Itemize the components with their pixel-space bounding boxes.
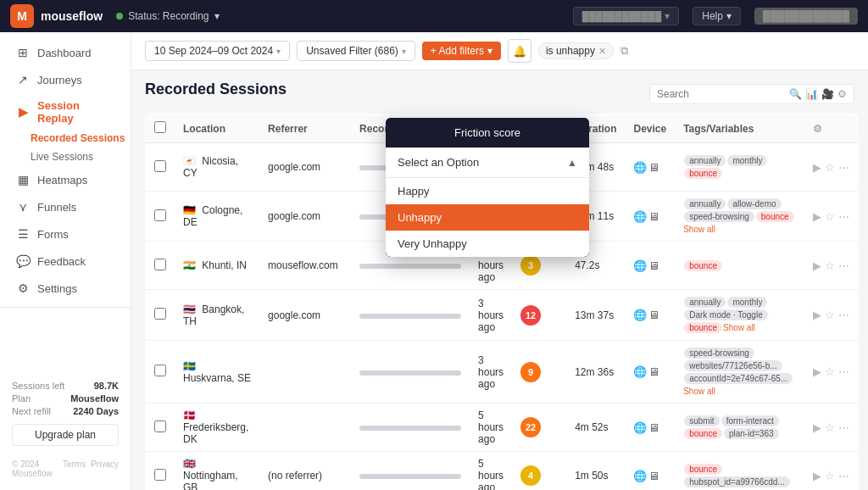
show-all-link[interactable]: Show all xyxy=(723,323,755,332)
cell-time: 3 hours ago xyxy=(470,341,512,404)
friction-badge: 12 xyxy=(520,305,541,326)
add-filter-label: + Add filters xyxy=(431,45,484,57)
play-action-icon[interactable]: ▶ xyxy=(813,210,821,223)
play-action-icon[interactable]: ▶ xyxy=(813,421,821,434)
notification-bell[interactable]: 🔔 xyxy=(508,39,531,63)
more-action-icon[interactable]: ⋯ xyxy=(838,309,849,321)
play-action-icon[interactable]: ▶ xyxy=(813,259,821,272)
cell-recording[interactable] xyxy=(351,290,470,341)
play-action-icon[interactable]: ▶ xyxy=(813,470,821,482)
tag-pill: websites/77126e56-b... xyxy=(684,360,782,371)
star-action-icon[interactable]: ☆ xyxy=(825,210,835,223)
table-row[interactable]: 🇹🇭 Bangkok, TH google.com 3 hours ago 12… xyxy=(146,290,859,341)
row-actions: ▶ ☆ ⋯ xyxy=(813,470,849,482)
row-checkbox[interactable] xyxy=(154,160,166,172)
cell-referrer: mouseflow.com xyxy=(259,242,351,290)
user-account[interactable]: ████████████ xyxy=(754,8,858,25)
row-checkbox[interactable] xyxy=(154,365,166,376)
sidebar-item-session-replay[interactable]: ▶ Session Replay xyxy=(3,93,127,131)
row-checkbox[interactable] xyxy=(154,209,166,221)
sidebar-item-heatmaps[interactable]: ▦ Heatmaps xyxy=(3,166,127,193)
filter-bar-input[interactable]: ████████████ ▾ xyxy=(573,7,680,25)
sidebar-item-feedback[interactable]: 💬 Feedback xyxy=(3,248,127,275)
location-name: Huskvarna, SE xyxy=(183,372,251,384)
more-action-icon[interactable]: ⋯ xyxy=(838,259,849,272)
terms-link[interactable]: Terms xyxy=(63,459,86,478)
cell-duration: 13m 37s xyxy=(566,290,625,341)
table-row[interactable]: 🇩🇰 Frederiksberg, DK 5 hours ago 22 4m 5… xyxy=(146,404,859,452)
sidebar-sub-live[interactable]: Live Sessions xyxy=(0,148,131,166)
row-actions: ▶ ☆ ⋯ xyxy=(813,161,849,174)
tag-pill: plan-id=363 xyxy=(724,428,779,439)
help-button[interactable]: Help ▾ xyxy=(693,7,741,25)
cell-recording[interactable] xyxy=(351,452,470,491)
add-filter-button[interactable]: + Add filters ▾ xyxy=(422,42,501,60)
dropdown-select-row[interactable]: Select an Option ▲ xyxy=(386,148,589,178)
table-row[interactable]: 🇬🇧 Nottingham, GB (no referrer) 5 hours … xyxy=(146,452,859,491)
camera-icon[interactable]: 🎥 xyxy=(821,88,834,100)
cell-friction: 4 xyxy=(512,452,566,491)
tag-pill: submit xyxy=(684,415,719,426)
more-action-icon[interactable]: ⋯ xyxy=(838,470,849,482)
search-icon[interactable]: 🔍 xyxy=(789,88,802,100)
cell-recording[interactable] xyxy=(351,404,470,452)
copy-filter-icon[interactable]: ⧉ xyxy=(620,44,628,58)
logo-text: mouseflow xyxy=(41,9,103,23)
more-action-icon[interactable]: ⋯ xyxy=(838,161,849,174)
more-action-icon[interactable]: ⋯ xyxy=(838,365,849,378)
star-action-icon[interactable]: ☆ xyxy=(825,259,835,272)
play-action-icon[interactable]: ▶ xyxy=(813,309,821,321)
friction-badge: 22 xyxy=(520,417,541,437)
star-action-icon[interactable]: ☆ xyxy=(825,161,835,174)
table-settings-icon[interactable]: ⚙ xyxy=(813,123,822,135)
star-action-icon[interactable]: ☆ xyxy=(825,309,835,321)
date-filter-button[interactable]: 10 Sep 2024–09 Oct 2024 ▾ xyxy=(145,41,290,61)
select-all-checkbox[interactable] xyxy=(154,121,166,133)
dropdown-option-very-unhappy[interactable]: Very Unhappy xyxy=(386,231,589,257)
sidebar-item-funnels[interactable]: ⋎ Funnels xyxy=(3,193,127,220)
dropdown-header: Friction score xyxy=(386,118,589,148)
play-action-icon[interactable]: ▶ xyxy=(813,365,821,378)
location-flag: 🇩🇰 xyxy=(183,409,196,421)
tag-pill: monthly xyxy=(727,297,767,308)
row-checkbox[interactable] xyxy=(154,308,166,320)
dropdown-option-unhappy[interactable]: Unhappy xyxy=(386,204,589,231)
more-action-icon[interactable]: ⋯ xyxy=(838,210,849,223)
browser-icon: 🌐 xyxy=(633,421,647,434)
location-flag: 🇮🇳 xyxy=(183,259,196,271)
sidebar-label-heatmaps: Heatmaps xyxy=(37,174,87,187)
star-action-icon[interactable]: ☆ xyxy=(825,470,835,482)
sidebar-item-settings[interactable]: ⚙ Settings xyxy=(3,275,127,302)
dropdown-option-happy[interactable]: Happy xyxy=(386,178,589,204)
play-action-icon[interactable]: ▶ xyxy=(813,161,821,174)
table-row[interactable]: 🇸🇪 Huskvarna, SE 3 hours ago 9 12m 36s 🌐… xyxy=(146,341,859,404)
row-checkbox[interactable] xyxy=(154,259,166,270)
sidebar-item-forms[interactable]: ☰ Forms xyxy=(3,220,127,248)
tag-pill: annually xyxy=(684,297,726,308)
upgrade-button[interactable]: Upgrade plan xyxy=(12,424,119,446)
friction-badge: 9 xyxy=(520,362,541,382)
star-action-icon[interactable]: ☆ xyxy=(825,421,835,434)
chart-icon[interactable]: 📊 xyxy=(805,88,818,100)
toolbar: 10 Sep 2024–09 Oct 2024 ▾ Unsaved Filter… xyxy=(131,32,868,70)
sidebar-item-dashboard[interactable]: ⊞ Dashboard xyxy=(3,39,127,66)
status-indicator[interactable]: Status: Recording ▾ xyxy=(116,10,219,22)
row-checkbox[interactable] xyxy=(154,420,166,432)
tag-close-icon[interactable]: ✕ xyxy=(598,46,606,57)
more-action-icon[interactable]: ⋯ xyxy=(838,421,849,434)
row-checkbox[interactable] xyxy=(154,469,166,481)
funnels-icon: ⋎ xyxy=(15,199,31,214)
saved-filter-button[interactable]: Unsaved Filter (686) ▾ xyxy=(297,41,415,61)
search-input[interactable] xyxy=(657,88,784,100)
device-icons: 🌐 🖥 xyxy=(633,365,666,378)
dropdown-options: Select an Option ▲ Happy Unhappy Very Un… xyxy=(386,148,589,257)
show-all-link[interactable]: Show all xyxy=(683,225,715,234)
sidebar-item-journeys[interactable]: ↗ Journeys xyxy=(3,66,127,93)
show-all-link[interactable]: Show all xyxy=(683,387,715,396)
tag-pill: annually xyxy=(684,198,726,209)
cell-recording[interactable] xyxy=(351,341,470,404)
star-action-icon[interactable]: ☆ xyxy=(825,365,835,378)
privacy-link[interactable]: Privacy xyxy=(91,459,119,478)
sidebar-sub-recorded[interactable]: Recorded Sessions xyxy=(0,131,131,148)
grid-icon[interactable]: ⚙ xyxy=(837,88,847,100)
